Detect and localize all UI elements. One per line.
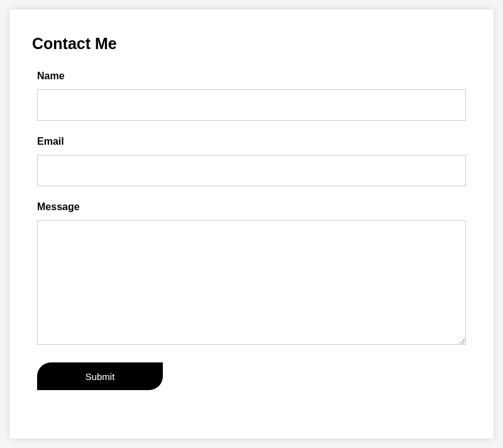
contact-card: Contact Me Name Email Message Submit bbox=[9, 9, 494, 439]
name-input[interactable] bbox=[37, 89, 466, 121]
name-label: Name bbox=[37, 70, 466, 82]
form-title: Contact Me bbox=[32, 35, 471, 53]
name-group: Name bbox=[32, 70, 471, 121]
email-label: Email bbox=[37, 136, 466, 147]
email-group: Email bbox=[32, 136, 471, 186]
email-input[interactable] bbox=[37, 155, 466, 186]
message-label: Message bbox=[37, 201, 466, 213]
message-group: Message bbox=[32, 201, 471, 347]
message-textarea[interactable] bbox=[37, 220, 466, 345]
submit-button[interactable]: Submit bbox=[37, 362, 163, 390]
